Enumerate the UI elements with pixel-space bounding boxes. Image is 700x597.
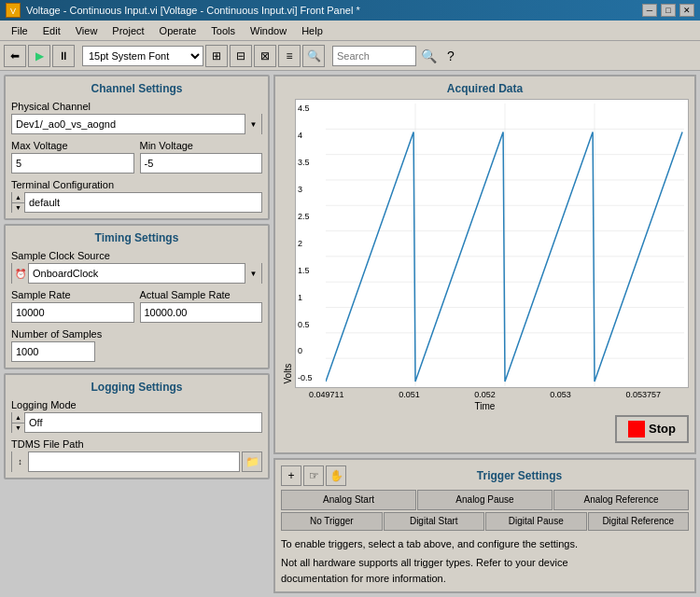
tab-analog-start[interactable]: Analog Start: [281, 490, 416, 510]
font-select[interactable]: 15pt System Font: [82, 46, 203, 66]
x-tick-4: 0.053757: [625, 390, 661, 399]
tdms-label: TDMS File Path: [11, 438, 262, 450]
left-panel: Channel Settings Physical Channel Dev1/_…: [4, 75, 270, 593]
trigger-settings-panel: + ☞ ✋ Trigger Settings Analog Start Anal…: [273, 458, 696, 594]
trigger-tabs-row1: Analog Start Analog Pause Analog Referen…: [281, 490, 689, 510]
terminal-spinner-down[interactable]: ▼: [12, 203, 24, 214]
sample-rate-group: Sample Rate: [11, 289, 134, 323]
stop-button[interactable]: Stop: [615, 415, 689, 443]
trigger-header: + ☞ ✋ Trigger Settings: [281, 465, 689, 486]
clock-icon: ⏰: [12, 263, 29, 284]
channel-settings-title: Channel Settings: [11, 82, 262, 95]
logging-spinner-btns[interactable]: ▲ ▼: [12, 412, 25, 433]
trigger-nav-buttons: + ☞ ✋: [281, 465, 346, 486]
menu-window[interactable]: Window: [243, 23, 294, 38]
tdms-path-input[interactable]: [29, 452, 239, 471]
min-voltage-input[interactable]: [140, 153, 263, 174]
terminal-config-label: Terminal Configuration: [11, 179, 262, 190]
resize-btn[interactable]: ⊠: [254, 45, 276, 67]
chart-container: Volts 4.5 4 3.5 3 2.5 2 1.5 1 0.5: [281, 99, 689, 443]
physical-channel-label: Physical Channel: [11, 101, 262, 112]
num-samples-input[interactable]: [11, 341, 95, 362]
close-button[interactable]: ✕: [679, 4, 694, 17]
back-button[interactable]: ⬅: [4, 45, 26, 67]
y-tick-10: -0.5: [298, 373, 326, 382]
y-axis-label: Volts: [281, 99, 295, 388]
trigger-title: Trigger Settings: [350, 469, 689, 482]
order-btn[interactable]: ≡: [278, 45, 301, 67]
search-input[interactable]: [332, 46, 416, 66]
chart-svg: [326, 104, 684, 387]
timing-settings-panel: Timing Settings Sample Clock Source ⏰ On…: [4, 224, 270, 369]
y-tick-0: 4.5: [298, 104, 326, 113]
tdms-input-container: ↕: [11, 451, 240, 472]
zoom-btn[interactable]: 🔍: [302, 45, 325, 67]
tab-analog-reference[interactable]: Analog Reference: [553, 490, 689, 510]
pause-button[interactable]: ⏸: [52, 45, 75, 67]
y-tick-1: 4: [298, 131, 326, 140]
main-content: Channel Settings Physical Channel Dev1/_…: [0, 71, 700, 597]
sample-rate-input[interactable]: [11, 302, 134, 323]
y-tick-9: 0: [298, 346, 326, 355]
sample-rate-row: Sample Rate Actual Sample Rate: [11, 289, 262, 323]
x-tick-0: 0.049711: [309, 390, 344, 399]
logging-spinner-down[interactable]: ▼: [12, 423, 24, 434]
menu-edit[interactable]: Edit: [35, 23, 68, 38]
search-icon[interactable]: 🔍: [418, 46, 439, 66]
menu-tools[interactable]: Tools: [203, 23, 243, 38]
max-voltage-input[interactable]: [11, 153, 134, 174]
maximize-button[interactable]: □: [661, 4, 676, 17]
tab-analog-pause[interactable]: Analog Pause: [417, 490, 553, 510]
logging-spinner-up[interactable]: ▲: [12, 412, 24, 423]
logging-mode-spinner[interactable]: ▲ ▼ Off: [11, 412, 262, 433]
sample-clock-dropdown[interactable]: ⏰ OnboardClock ▼: [11, 263, 262, 284]
y-tick-7: 1: [298, 293, 326, 302]
sample-clock-label: Sample Clock Source: [11, 250, 262, 261]
menu-view[interactable]: View: [68, 23, 105, 38]
y-tick-6: 1.5: [298, 266, 326, 275]
trigger-info: To enable triggers, select a tab above, …: [281, 536, 689, 587]
actual-sample-rate-input[interactable]: [140, 302, 263, 323]
minimize-button[interactable]: ─: [642, 4, 657, 17]
trigger-nav-hand[interactable]: ✋: [326, 465, 346, 486]
terminal-spinner-up[interactable]: ▲: [12, 192, 24, 203]
tab-digital-reference[interactable]: Digital Reference: [588, 512, 690, 531]
chart-title: Acquired Data: [281, 82, 689, 95]
y-tick-3: 3: [298, 185, 326, 194]
terminal-config-value: default: [25, 197, 261, 208]
window-title: Voltage - Continuous Input.vi [Voltage -…: [26, 5, 360, 16]
x-tick-2: 0.052: [474, 390, 496, 399]
tdms-browse-button[interactable]: 📁: [242, 451, 262, 472]
terminal-config-spinner[interactable]: ▲ ▼ default: [11, 192, 262, 213]
dist-btn[interactable]: ⊟: [230, 45, 252, 67]
align-btn[interactable]: ⊞: [205, 45, 228, 67]
menu-help[interactable]: Help: [294, 23, 330, 38]
timing-settings-title: Timing Settings: [11, 231, 262, 244]
sample-clock-arrow[interactable]: ▼: [245, 263, 261, 284]
logging-settings-panel: Logging Settings Logging Mode ▲ ▼ Off TD…: [4, 373, 270, 479]
terminal-spinner-btns[interactable]: ▲ ▼: [12, 192, 25, 213]
min-voltage-label: Min Voltage: [140, 140, 263, 151]
tab-digital-start[interactable]: Digital Start: [384, 512, 485, 531]
physical-channel-dropdown[interactable]: Dev1/_ao0_vs_aognd ▼: [11, 114, 262, 134]
chart-with-y-axis: Volts 4.5 4 3.5 3 2.5 2 1.5 1 0.5: [281, 99, 689, 388]
tab-digital-pause[interactable]: Digital Pause: [485, 512, 587, 531]
trigger-nav-plus[interactable]: +: [281, 465, 301, 486]
trigger-tabs-row2: No Trigger Digital Start Digital Pause D…: [281, 512, 689, 531]
x-axis-ticks: 0.049711 0.051 0.052 0.053 0.053757: [281, 388, 689, 399]
stop-icon: [628, 421, 645, 437]
y-tick-5: 2: [298, 239, 326, 248]
x-axis-label: Time: [281, 401, 689, 411]
y-tick-4: 2.5: [298, 212, 326, 221]
trigger-nav-finger[interactable]: ☞: [303, 465, 324, 486]
menu-bar: File Edit View Project Operate Tools Win…: [0, 21, 700, 41]
menu-operate[interactable]: Operate: [152, 23, 204, 38]
physical-channel-value: Dev1/_ao0_vs_aognd: [12, 118, 245, 130]
run-button[interactable]: ▶: [28, 45, 50, 67]
help-icon[interactable]: ?: [441, 46, 461, 66]
menu-file[interactable]: File: [4, 23, 35, 38]
physical-channel-arrow[interactable]: ▼: [245, 114, 261, 134]
max-voltage-label: Max Voltage: [11, 140, 134, 151]
menu-project[interactable]: Project: [105, 23, 151, 38]
tab-no-trigger[interactable]: No Trigger: [281, 512, 383, 531]
